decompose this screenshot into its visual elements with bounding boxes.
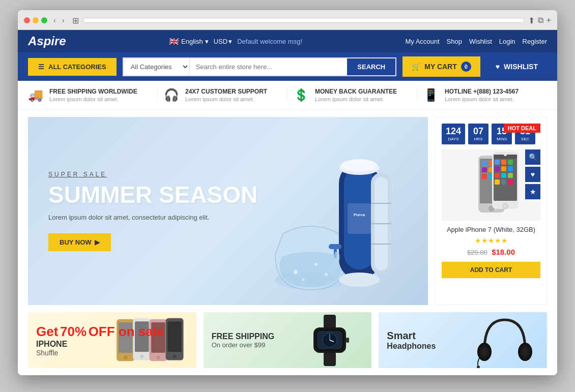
countdown-days-label: DAYS xyxy=(446,137,461,141)
banner-shipping-text: FREE SHIPPING On order over $99 xyxy=(204,324,283,357)
feature-hotline: 📱 HOTLINE +(888) 123-4567 Lorem ipsum do… xyxy=(417,88,547,102)
register-link[interactable]: Register xyxy=(523,38,547,45)
banner-smart-title: Smart xyxy=(387,330,436,342)
add-to-cart-button[interactable]: ADD TO CART xyxy=(442,262,540,278)
logo: Aspire xyxy=(28,34,66,48)
feature-bar: 🚚 FREE SHIPPING WORLDWIDE Lorem ipsum do… xyxy=(18,81,557,110)
dot-red[interactable] xyxy=(24,17,30,23)
watch-svg xyxy=(299,312,360,368)
svg-rect-37 xyxy=(501,166,506,171)
grid-icon: ⊞ xyxy=(72,16,79,25)
wishlist-product-button[interactable]: ♥ xyxy=(525,167,540,182)
svg-rect-35 xyxy=(508,160,513,165)
iphone-svg xyxy=(450,149,532,221)
browser-chrome: ‹ › ⊞ ⬆ ⧉ + xyxy=(18,10,557,30)
svg-rect-34 xyxy=(501,160,506,165)
share-icon[interactable]: ⬆ xyxy=(528,16,535,25)
wishlist-button[interactable]: ♥ WISHLIST xyxy=(486,57,547,76)
feature-shipping-sub: Lorem ipsum dolor sit amet. xyxy=(49,96,137,102)
headphones-svg xyxy=(474,312,535,368)
banner-ship-title: FREE SHIPPING xyxy=(212,332,275,341)
currency-button[interactable]: USD ▾ xyxy=(214,38,232,45)
svg-rect-62 xyxy=(324,352,336,366)
banner-offer-pct: 70% xyxy=(60,324,87,339)
search-input[interactable] xyxy=(190,58,348,75)
svg-rect-41 xyxy=(508,173,513,178)
new-tab-icon[interactable]: ⧉ xyxy=(538,16,543,25)
svg-point-76 xyxy=(477,366,480,368)
product-image-area: 🔍 ♥ ★ xyxy=(442,149,540,221)
language-label: English xyxy=(181,38,203,45)
top-bar: Aspire 🇬🇧 English ▾ USD ▾ Default welcom… xyxy=(18,30,557,52)
svg-rect-21 xyxy=(482,161,487,166)
banner-iphone[interactable]: Get 70% OFF on sale IPHONE Shuffle xyxy=(28,312,196,368)
feature-support-title: 24X7 CUSTOMER SUPPORT xyxy=(185,88,267,95)
zoom-button[interactable]: 🔍 xyxy=(525,149,540,165)
banner-headphones[interactable]: Smart Headphones xyxy=(379,312,547,368)
forward-button[interactable]: › xyxy=(60,15,67,25)
feature-hotline-text: HOTLINE +(888) 123-4567 Lorem ipsum dolo… xyxy=(445,88,519,102)
dollar-icon: 💲 xyxy=(294,88,309,102)
buy-now-button[interactable]: BUY NOW ▶ xyxy=(48,233,111,251)
banner-offer: Get 70% OFF on sale xyxy=(36,324,164,340)
hot-deal-sidebar: HOT DEAL 124 DAYS 07 HRS 15 MINS xyxy=(435,117,547,305)
welcome-message: Default welcome msg! xyxy=(237,38,302,45)
dot-green[interactable] xyxy=(41,17,47,23)
wishlist-link[interactable]: Wishlist xyxy=(469,38,492,45)
search-category-select[interactable]: All Categories xyxy=(124,58,190,75)
truck-icon: 🚚 xyxy=(28,88,43,102)
hero-banner: SUPER SALE SUMMER SEASON Lorem ipsum dol… xyxy=(28,117,428,305)
svg-point-75 xyxy=(522,347,528,356)
my-account-link[interactable]: My Account xyxy=(405,38,439,45)
browser-nav: ‹ › xyxy=(51,15,66,25)
dot-yellow[interactable] xyxy=(33,17,39,23)
banner-headphones-image xyxy=(463,312,547,368)
top-bar-right: My Account Shop Wishlist Login Register xyxy=(405,38,547,45)
compare-button[interactable]: ★ xyxy=(525,184,540,199)
feature-moneyback: 💲 MONEY BACK GUARANTEE Lorem ipsum dolor… xyxy=(288,88,417,102)
shop-link[interactable]: Shop xyxy=(447,38,462,45)
countdown-mins-label: MINS xyxy=(496,137,508,141)
feature-moneyback-sub: Lorem ipsum dolor sit amet. xyxy=(315,96,397,102)
hot-deal-badge: HOT DEAL xyxy=(504,124,540,133)
banner-iphone-text: Get 70% OFF on sale IPHONE Shuffle xyxy=(28,316,172,365)
cart-icon: 🛒 xyxy=(412,63,420,71)
svg-rect-69 xyxy=(346,338,349,343)
add-tab-icon[interactable]: + xyxy=(547,16,551,25)
buy-now-label: BUY NOW xyxy=(60,238,92,246)
svg-point-46 xyxy=(504,153,507,156)
svg-text:Purca: Purca xyxy=(354,213,365,217)
all-categories-label: ALL CATEGORIES xyxy=(48,63,106,71)
svg-rect-39 xyxy=(495,173,500,178)
language-button[interactable]: 🇬🇧 English ▾ xyxy=(169,37,209,46)
cart-button[interactable]: 🛒 MY CART 0 xyxy=(402,56,480,77)
feature-hotline-title: HOTLINE +(888) 123-4567 xyxy=(445,88,519,95)
back-button[interactable]: ‹ xyxy=(51,15,58,25)
currency-label: USD xyxy=(214,38,227,45)
feature-support-text: 24X7 CUSTOMER SUPPORT Lorem ipsum dolor … xyxy=(185,88,267,102)
all-categories-button[interactable]: ☰ ALL CATEGORIES xyxy=(28,58,117,76)
svg-rect-10 xyxy=(348,203,371,234)
search-bar: All Categories SEARCH xyxy=(123,57,397,76)
arrow-right-icon: ▶ xyxy=(95,238,100,246)
banner-shipping[interactable]: FREE SHIPPING On order over $99 xyxy=(204,312,372,368)
feature-moneyback-text: MONEY BACK GUARANTEE Lorem ipsum dolor s… xyxy=(315,88,397,102)
svg-rect-42 xyxy=(495,179,500,185)
countdown-days-num: 124 xyxy=(446,127,461,136)
product-stars: ★★★★★ xyxy=(442,236,540,245)
flag-icon: 🇬🇧 xyxy=(169,37,179,46)
wishlist-label: WISHLIST xyxy=(504,63,538,71)
new-price: $18.00 xyxy=(492,248,515,256)
svg-rect-27 xyxy=(482,174,487,179)
product-pricing: $20.00 $18.00 xyxy=(442,248,540,257)
search-button[interactable]: SEARCH xyxy=(347,58,395,75)
banner-watch-image xyxy=(288,312,371,368)
login-link[interactable]: Login xyxy=(499,38,515,45)
currency-chevron-icon: ▾ xyxy=(228,38,232,45)
svg-point-72 xyxy=(481,347,487,356)
url-bar[interactable] xyxy=(83,18,524,23)
svg-rect-61 xyxy=(324,315,336,329)
feature-support: 🎧 24X7 CUSTOMER SUPPORT Lorem ipsum dolo… xyxy=(158,88,288,102)
svg-point-3 xyxy=(302,279,305,281)
countdown-sec-label: SEC xyxy=(519,137,531,141)
